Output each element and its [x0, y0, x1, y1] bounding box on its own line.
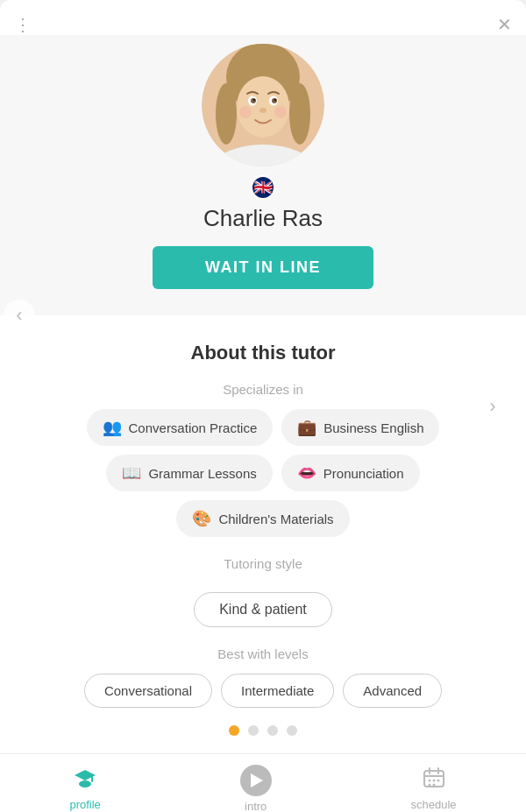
flag-badge: 🇬🇧: [251, 175, 275, 200]
svg-point-2: [216, 83, 237, 145]
svg-point-25: [437, 780, 439, 782]
modal-container: ⋮ ✕: [0, 0, 526, 812]
children-icon: 🎨: [192, 509, 211, 528]
svg-point-9: [251, 98, 256, 103]
specialization-tags: 👥 Conversation Practice 💼 Business Engli…: [35, 409, 491, 537]
calendar-icon: [423, 766, 445, 794]
tag-grammar-label: Grammar Lessons: [148, 466, 256, 481]
tag-conversation: 👥 Conversation Practice: [87, 409, 274, 446]
level-tags: Conversational Intermediate Advanced: [35, 674, 491, 708]
profile-section: 🇬🇧 Charlie Ras WAIT IN LINE: [0, 35, 526, 315]
svg-point-26: [428, 784, 430, 787]
dot-2: [248, 725, 259, 736]
top-bar: ⋮ ✕: [0, 0, 526, 35]
nav-schedule[interactable]: schedule: [411, 766, 457, 811]
nav-intro-label: intro: [245, 800, 267, 812]
specializes-label: Specializes in: [35, 382, 491, 397]
tutoring-style-section: Tutoring style Kind & patient: [35, 556, 491, 627]
svg-point-3: [289, 83, 310, 145]
levels-section: Best with levels Conversational Intermed…: [35, 646, 491, 708]
svg-point-13: [259, 108, 267, 113]
tutoring-style-tag: Kind & patient: [194, 592, 332, 627]
about-title: About this tutor: [35, 342, 491, 364]
svg-point-10: [272, 98, 277, 103]
nav-profile[interactable]: profile: [69, 766, 100, 811]
wait-in-line-button[interactable]: WAIT IN LINE: [153, 246, 373, 289]
dot-3: [267, 725, 278, 736]
svg-point-14: [239, 106, 252, 118]
conversation-icon: 👥: [103, 418, 122, 437]
play-button[interactable]: [240, 765, 272, 796]
svg-point-15: [274, 106, 287, 118]
tag-children-label: Children's Materials: [218, 512, 333, 526]
page-indicator: [35, 725, 491, 736]
svg-point-11: [253, 99, 255, 101]
bottom-nav: profile intro: [0, 753, 526, 812]
grammar-icon: 📖: [122, 463, 141, 483]
profile-icon: [74, 766, 96, 794]
svg-point-24: [432, 780, 435, 782]
prev-arrow[interactable]: ‹: [4, 300, 35, 331]
close-icon[interactable]: ✕: [497, 14, 512, 35]
play-triangle-icon: [251, 773, 263, 787]
dot-4: [287, 725, 297, 736]
level-intermediate: Intermediate: [221, 674, 334, 708]
tag-pronunciation-label: Pronunciation: [323, 466, 404, 481]
next-arrow[interactable]: ›: [477, 391, 508, 422]
nav-profile-label: profile: [69, 798, 100, 811]
nav-schedule-label: schedule: [411, 798, 457, 811]
nav-intro[interactable]: intro: [240, 765, 272, 812]
tag-conversation-label: Conversation Practice: [129, 420, 258, 435]
level-advanced: Advanced: [343, 674, 442, 708]
more-options-icon[interactable]: ⋮: [14, 14, 33, 35]
dot-1: [229, 725, 239, 736]
about-section: About this tutor Specializes in 👥 Conver…: [0, 315, 526, 753]
tutoring-style-label: Tutoring style: [35, 556, 491, 571]
business-icon: 💼: [297, 418, 316, 437]
svg-rect-17: [91, 776, 93, 782]
tag-business-label: Business English: [323, 420, 423, 435]
svg-point-18: [79, 780, 91, 787]
tag-business: 💼 Business English: [281, 409, 439, 446]
svg-point-12: [274, 99, 276, 101]
pronunciation-icon: 👄: [297, 463, 316, 483]
tag-grammar: 📖 Grammar Lessons: [106, 455, 272, 491]
tag-pronunciation: 👄 Pronunciation: [281, 455, 420, 491]
level-conversational: Conversational: [84, 674, 212, 708]
avatar: [202, 44, 324, 166]
tutor-name: Charlie Ras: [203, 205, 323, 232]
levels-label: Best with levels: [35, 646, 491, 661]
svg-point-27: [432, 784, 435, 787]
tag-children: 🎨 Children's Materials: [176, 500, 349, 537]
svg-point-23: [428, 780, 430, 782]
